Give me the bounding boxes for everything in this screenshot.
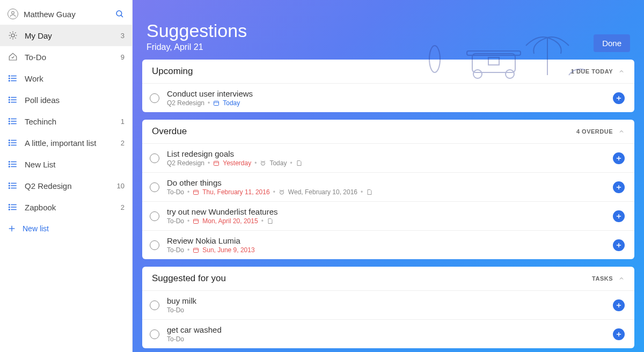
section-badge: 1 DUE TODAY	[571, 68, 613, 75]
task-title: List redesign goals	[167, 149, 613, 158]
section-title: Upcoming	[152, 66, 571, 77]
overdue-card: Overdue 4 OVERDUE List redesign goals Q2…	[142, 120, 634, 259]
sidebar-item-label: Poll ideas	[25, 96, 118, 105]
task-list: To-Do	[167, 335, 184, 343]
task-title: Conduct user interviews	[167, 89, 613, 98]
note-icon	[267, 218, 273, 224]
sidebar-item-a-little-important[interactable]: A little, important list 2	[0, 132, 132, 153]
svg-point-52	[9, 207, 10, 208]
task-title: Review Nokia Lumia	[167, 236, 613, 245]
home-check-icon	[8, 52, 18, 62]
note-icon	[366, 189, 372, 195]
sidebar-item-techinch[interactable]: Techinch 1	[0, 111, 132, 132]
calendar-icon	[193, 218, 199, 224]
main-panel: Suggestions Friday, April 21 Done Upcomi…	[133, 0, 644, 352]
task-row[interactable]: Review Nokia Lumia To-Do • Sun, June 9, …	[142, 230, 634, 259]
new-list-button[interactable]: New list	[0, 218, 132, 239]
svg-point-1	[116, 11, 122, 16]
sidebar-item-new-list[interactable]: New List	[0, 153, 132, 175]
search-icon[interactable]	[115, 9, 125, 19]
svg-rect-83	[194, 219, 199, 224]
task-row[interactable]: buy milk To-Do	[142, 290, 634, 319]
add-to-day-button[interactable]	[613, 210, 625, 222]
overdue-header[interactable]: Overdue 4 OVERDUE	[142, 120, 634, 143]
page-header: Suggestions Friday, April 21 Done	[142, 10, 634, 60]
sidebar-item-todo[interactable]: To-Do 9	[0, 46, 132, 68]
suggested-header[interactable]: Suggested for you TASKS	[142, 267, 634, 290]
svg-rect-63	[214, 101, 219, 106]
complete-checkbox[interactable]	[150, 300, 159, 310]
add-to-day-button[interactable]	[613, 239, 625, 251]
sidebar-item-label: New List	[25, 160, 118, 169]
svg-point-15	[9, 76, 10, 77]
task-reminder: Wed, February 10, 2016	[288, 188, 357, 196]
complete-checkbox[interactable]	[150, 153, 159, 163]
sidebar-item-label: To-Do	[25, 53, 114, 62]
sidebar-item-count: 2	[121, 139, 125, 147]
add-to-day-button[interactable]	[613, 328, 625, 340]
task-reminder: Today	[269, 159, 287, 167]
svg-line-72	[265, 161, 266, 162]
add-to-day-button[interactable]	[613, 299, 625, 311]
svg-line-10	[10, 38, 11, 39]
sidebar-item-label: Q2 Redesign	[25, 181, 111, 190]
section-badge: TASKS	[592, 275, 613, 282]
svg-point-39	[9, 162, 10, 163]
task-row[interactable]: get car washed To-Do	[142, 319, 634, 348]
new-list-label: New list	[23, 224, 49, 233]
task-meta: Q2 Redesign • Yesterday • Today •	[167, 159, 613, 167]
sidebar-item-work[interactable]: Work	[0, 68, 132, 89]
svg-point-23	[9, 102, 10, 103]
chevron-up-icon	[618, 128, 625, 135]
page-date: Friday, April 21	[147, 42, 247, 52]
task-list: To-Do	[167, 246, 184, 254]
add-to-day-button[interactable]	[613, 152, 625, 164]
sidebar-item-my-day[interactable]: My Day 3	[0, 25, 132, 46]
plus-icon	[8, 224, 16, 233]
complete-checkbox[interactable]	[150, 93, 159, 103]
sidebar-item-q2-redesign[interactable]: Q2 Redesign 10	[0, 175, 132, 196]
add-to-day-button[interactable]	[613, 181, 625, 193]
list-icon	[8, 202, 18, 212]
svg-point-0	[12, 11, 14, 14]
section-title: Overdue	[152, 126, 576, 137]
sidebar-item-label: My Day	[25, 31, 114, 40]
section-title: Suggested for you	[152, 273, 592, 284]
add-to-day-button[interactable]	[613, 92, 625, 104]
task-due: Thu, February 11, 2016	[202, 188, 269, 196]
complete-checkbox[interactable]	[150, 329, 159, 339]
complete-checkbox[interactable]	[150, 240, 159, 250]
calendar-icon	[213, 160, 219, 166]
sidebar-item-count: 3	[121, 32, 125, 40]
task-row[interactable]: List redesign goals Q2 Redesign • Yester…	[142, 143, 634, 172]
sidebar-item-label: A little, important list	[25, 138, 114, 148]
task-row[interactable]: Do other things To-Do • Thu, February 11…	[142, 172, 634, 201]
task-meta: To-Do	[167, 306, 613, 314]
svg-line-8	[10, 32, 11, 33]
svg-line-2	[121, 15, 123, 17]
sidebar-item-count: 9	[121, 53, 125, 61]
upcoming-header[interactable]: Upcoming 1 DUE TODAY	[142, 60, 634, 83]
task-list: To-Do	[167, 217, 184, 225]
sidebar-item-zapbook[interactable]: Zapbook 2	[0, 196, 132, 218]
alarm-icon	[260, 160, 266, 166]
sidebar-item-poll-ideas[interactable]: Poll ideas	[0, 89, 132, 111]
svg-point-35	[9, 145, 10, 146]
svg-point-27	[9, 119, 10, 120]
svg-line-71	[261, 161, 262, 162]
complete-checkbox[interactable]	[150, 211, 159, 221]
svg-point-34	[9, 142, 10, 143]
calendar-icon	[193, 247, 199, 253]
svg-rect-67	[214, 162, 219, 166]
complete-checkbox[interactable]	[150, 182, 159, 192]
task-list: To-Do	[167, 306, 184, 314]
calendar-icon	[213, 100, 219, 106]
svg-point-46	[9, 185, 10, 186]
done-button[interactable]: Done	[594, 34, 630, 52]
task-due: Yesterday	[223, 159, 251, 167]
alarm-icon	[279, 189, 285, 195]
task-row[interactable]: Conduct user interviews Q2 Redesign • To…	[142, 83, 634, 112]
list-icon	[8, 73, 18, 84]
user-row[interactable]: Matthew Guay	[0, 3, 132, 25]
task-row[interactable]: try out new Wunderlist features To-Do • …	[142, 201, 634, 230]
